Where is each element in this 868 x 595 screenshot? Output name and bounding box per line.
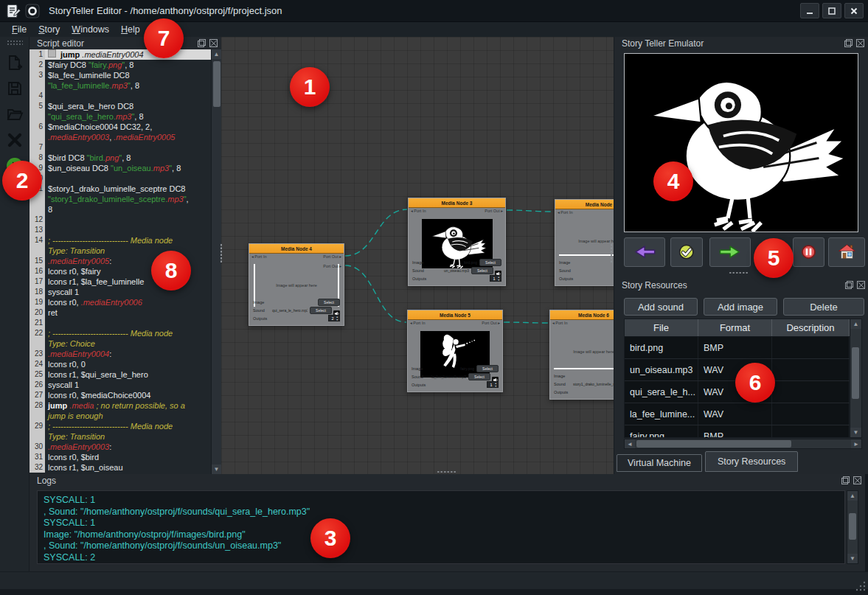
code-line[interactable]: 3$la_fee_luminelle DC8"la_fee_luminelle.… [29, 70, 211, 91]
media-node[interactable]: Media Node 3◂ Port InPort Out ▸Imagebird… [408, 198, 506, 286]
close-button[interactable] [844, 3, 864, 18]
code-line[interactable]: 11$story1_drako_luminelle_sceptre DC8"st… [29, 184, 211, 215]
code-line[interactable]: 10 [29, 173, 211, 184]
float-panel-icon[interactable] [197, 38, 206, 48]
outputs-spinner[interactable]: 1▲▼ [487, 381, 499, 388]
scroll-left-icon[interactable]: ◄ [625, 439, 635, 448]
resize-grip-icon[interactable] [855, 581, 866, 591]
tab-virtual-machine[interactable]: Virtual Machine [617, 454, 702, 472]
next-button[interactable] [709, 237, 751, 267]
scroll-right-icon[interactable]: ► [851, 439, 861, 448]
maximize-button[interactable] [822, 3, 841, 18]
save-icon[interactable] [4, 78, 25, 99]
splitter-left[interactable] [220, 243, 223, 262]
close-panel-icon[interactable] [855, 38, 865, 48]
code-line[interactable]: 5$qui_sera_le_hero DC8"qui_sera_le_hero.… [29, 101, 211, 122]
port-in[interactable]: ◂ Port In [411, 209, 426, 213]
code-line[interactable]: 1jump .mediaEntry0004 [29, 49, 211, 60]
code-line[interactable]: 28jump .media ; no return possible, so a… [29, 400, 211, 421]
table-row[interactable]: fairy.pngBMP [625, 425, 850, 437]
table-horizontal-scrollbar[interactable]: ◄ ► [624, 439, 862, 449]
add-image-button[interactable]: Add image [704, 298, 777, 316]
pause-button[interactable] [793, 237, 824, 267]
code-line[interactable]: 18syscall 1 [29, 287, 211, 297]
toolbar-drag-handle[interactable] [7, 40, 23, 45]
scroll-up-icon[interactable]: ▲ [847, 491, 858, 501]
speaker-icon[interactable] [495, 267, 501, 274]
select-button[interactable]: Select [476, 365, 499, 372]
code-line[interactable]: 25lcons r1, $qui_sera_le_hero [29, 369, 211, 380]
scroll-up-icon[interactable]: ▲ [212, 49, 221, 59]
code-line[interactable]: 9$un_oiseau DC8 "un_oiseau.mp3", 8 [29, 163, 211, 173]
code-line[interactable]: 6$mediaChoice0004 DC32, 2,.mediaEntry000… [29, 122, 211, 142]
speaker-icon[interactable] [333, 307, 340, 313]
code-line[interactable]: 29; ---------------------------- Media n… [29, 421, 211, 442]
select-button[interactable]: Select [310, 307, 332, 314]
scroll-up-icon[interactable]: ▲ [850, 319, 861, 329]
tab-story-resources[interactable]: Story Resources [705, 451, 798, 472]
code-line[interactable]: 20ret [29, 307, 211, 318]
scrollbar-thumb[interactable] [213, 61, 221, 107]
column-header-file[interactable]: File [625, 319, 698, 336]
code-line[interactable]: 21 [29, 318, 211, 328]
float-panel-icon[interactable] [844, 280, 854, 290]
code-line[interactable]: 2$fairy DC8 "fairy.png", 8 [29, 60, 211, 70]
code-line[interactable]: 22; ---------------------------- Media n… [29, 328, 211, 349]
code-line[interactable]: 26syscall 1 [29, 380, 211, 390]
select-button[interactable]: Select [318, 299, 340, 306]
select-button[interactable]: Select [471, 267, 493, 274]
scroll-down-icon[interactable]: ▼ [212, 464, 221, 474]
code-line[interactable]: 12 [29, 215, 211, 225]
port-in[interactable]: ◂ Port In [251, 254, 267, 259]
media-node[interactable]: Media Node 4◂ Port InPort Out ▸Port Out … [249, 243, 344, 326]
code-line[interactable]: 7 [29, 142, 211, 153]
close-panel-icon[interactable] [856, 280, 866, 290]
speaker-icon[interactable] [492, 373, 499, 380]
column-header-description[interactable]: Description [772, 319, 850, 336]
select-button[interactable]: Select [479, 259, 501, 266]
scroll-down-icon[interactable]: ▼ [847, 554, 858, 563]
splitter-right[interactable] [610, 243, 613, 262]
code-line[interactable]: 13 [29, 225, 211, 235]
home-button[interactable] [828, 237, 865, 267]
media-node[interactable]: Media Node 6◂ Port InImage will appear h… [549, 310, 614, 400]
code-line[interactable]: 24lcons r0, 0 [29, 359, 211, 369]
add-sound-button[interactable]: Add sound [624, 298, 698, 316]
port-in[interactable]: ◂ Port In [558, 210, 573, 215]
menu-item-file[interactable]: File [12, 24, 27, 35]
column-header-format[interactable]: Format [698, 319, 772, 336]
open-folder-icon[interactable] [4, 104, 25, 125]
logs-output[interactable]: SYSCALL: 1, Sound: "/home/anthony/ostpro… [37, 490, 845, 564]
delete-button[interactable]: Delete [783, 298, 864, 316]
table-row[interactable]: la_fee_lumine...WAV [625, 403, 850, 425]
code-line[interactable]: 30.mediaEntry0003: [29, 442, 211, 452]
float-panel-icon[interactable] [841, 476, 850, 485]
ok-button[interactable] [670, 237, 703, 267]
logs-scrollbar[interactable]: ▲ ▼ [847, 490, 858, 564]
menu-item-windows[interactable]: Windows [72, 24, 109, 35]
splitter-emulator[interactable] [729, 271, 748, 274]
port-out[interactable]: Port Out ▸ [482, 321, 500, 325]
code-line[interactable]: 27lcons r0, $mediaChoice0004 [29, 390, 211, 400]
previous-button[interactable] [624, 237, 665, 267]
outputs-spinner[interactable]: 1▲▼ [490, 275, 501, 282]
select-button[interactable]: Select [468, 373, 490, 380]
code-line[interactable]: 19lcons r0, .mediaEntry0006 [29, 297, 211, 307]
code-line[interactable]: 14; ---------------------------- Media n… [29, 235, 211, 256]
close-project-icon[interactable] [4, 130, 25, 150]
port-out[interactable]: Port Out ▸ [323, 254, 341, 259]
close-panel-icon[interactable] [853, 476, 862, 485]
code-line[interactable]: 32lcons r1, $un_oiseau [29, 462, 211, 473]
menu-item-help[interactable]: Help [121, 24, 140, 35]
scroll-down-icon[interactable]: ▼ [850, 428, 861, 437]
scrollbar-thumb[interactable] [636, 440, 791, 448]
minimize-button[interactable] [800, 3, 819, 18]
table-vertical-scrollbar[interactable]: ▲ ▼ [850, 319, 861, 437]
code-line[interactable]: 23.mediaEntry0004: [29, 349, 211, 359]
code-line[interactable]: 8$bird DC8 "bird.png", 8 [29, 153, 211, 163]
scrollbar-thumb[interactable] [852, 347, 859, 399]
port-out[interactable]: Port Out ▸ [485, 209, 503, 213]
media-node[interactable]: Media Node 5◂ Port InPort Out ▸Imagefair… [407, 310, 503, 392]
node-graph-canvas[interactable]: Media Node 4◂ Port InPort Out ▸Port Out … [221, 37, 614, 474]
table-row[interactable]: bird.pngBMP [625, 337, 850, 359]
